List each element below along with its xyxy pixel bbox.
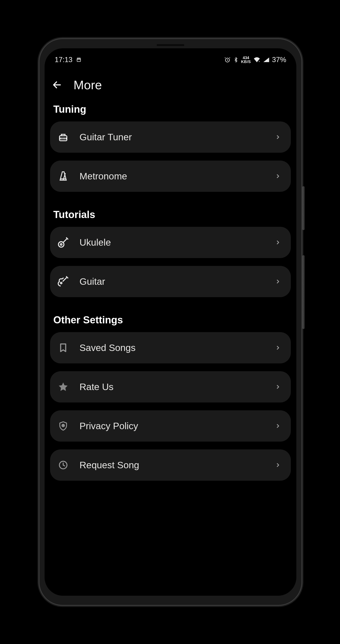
list-item-label: Privacy Policy	[79, 421, 274, 432]
status-time: 17:13	[55, 56, 73, 64]
bookmark-icon	[57, 342, 69, 354]
svg-point-6	[60, 244, 62, 245]
arrow-left-icon	[52, 80, 62, 90]
chevron-right-icon	[274, 422, 282, 430]
battery-text: 37%	[272, 56, 286, 64]
svg-point-3	[259, 61, 260, 62]
app-header: More	[45, 71, 296, 104]
list-item-label: Guitar Tuner	[79, 132, 274, 142]
bluetooth-icon	[233, 56, 239, 63]
network-speed: 434 KB/S	[241, 56, 251, 64]
status-app-icon	[76, 57, 82, 63]
chevron-right-icon	[274, 344, 282, 352]
metronome-icon	[57, 170, 69, 182]
chevron-right-icon	[274, 133, 282, 141]
list-item-label: Request Song	[79, 460, 274, 470]
page-title: More	[73, 78, 102, 92]
list-item-ukulele[interactable]: Ukulele	[50, 227, 291, 258]
list-item-guitar-tuner[interactable]: Guitar Tuner	[50, 122, 291, 153]
list-item-metronome[interactable]: Metronome	[50, 160, 291, 192]
status-bar: 17:13 434 KB/S	[45, 48, 296, 71]
cell-signal-icon	[263, 57, 270, 63]
phone-speaker	[157, 44, 184, 46]
shield-icon	[57, 420, 69, 432]
list-item-guitar[interactable]: Guitar	[50, 266, 291, 297]
wifi-icon	[253, 57, 261, 63]
network-speed-value: 434	[243, 56, 249, 60]
network-speed-unit: KB/S	[241, 60, 251, 64]
content: Tuning Guitar Tuner Metronome	[45, 104, 296, 481]
section-title-tuning: Tuning	[50, 104, 291, 122]
list-item-label: Metronome	[79, 171, 274, 182]
list-item-rate-us[interactable]: Rate Us	[50, 371, 291, 402]
alarm-icon	[224, 56, 231, 63]
status-right: 434 KB/S 37%	[224, 56, 286, 64]
list-item-saved-songs[interactable]: Saved Songs	[50, 332, 291, 364]
list-item-request-song[interactable]: Request Song	[50, 450, 291, 481]
clock-icon	[57, 459, 69, 471]
list-item-privacy-policy[interactable]: Privacy Policy	[50, 410, 291, 442]
screen: 17:13 434 KB/S	[45, 48, 296, 596]
status-left: 17:13	[55, 56, 82, 64]
phone-side-button-top	[302, 186, 305, 230]
chevron-right-icon	[274, 461, 282, 469]
list-item-label: Saved Songs	[79, 342, 274, 353]
back-button[interactable]	[51, 79, 62, 90]
section-title-tutorials: Tutorials	[50, 200, 291, 227]
ukulele-icon	[57, 236, 69, 249]
guitar-icon	[57, 275, 69, 288]
list-item-label: Guitar	[79, 276, 274, 287]
svg-point-9	[63, 425, 64, 426]
chevron-right-icon	[274, 172, 282, 180]
chevron-right-icon	[274, 278, 282, 286]
phone-side-button-bottom	[302, 255, 305, 329]
list-item-label: Rate Us	[79, 382, 274, 392]
chevron-right-icon	[274, 383, 282, 391]
phone-frame: 17:13 434 KB/S	[39, 39, 301, 605]
tuner-icon	[57, 131, 69, 143]
section-title-other-settings: Other Settings	[50, 305, 291, 332]
svg-point-7	[60, 282, 62, 284]
star-icon	[57, 381, 69, 393]
list-item-label: Ukulele	[79, 237, 274, 248]
stage: 17:13 434 KB/S	[0, 0, 340, 644]
chevron-right-icon	[274, 238, 282, 246]
